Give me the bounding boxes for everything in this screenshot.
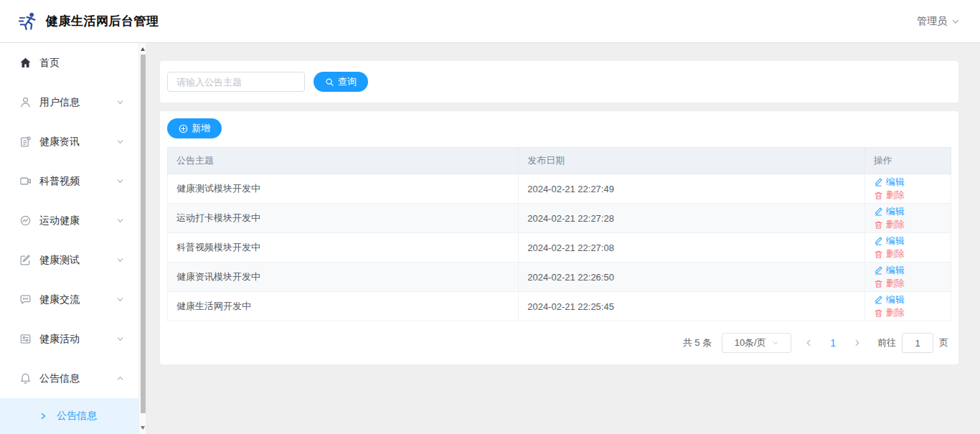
subject-cell: 运动打卡模块开发中 — [168, 204, 519, 233]
chevron-down-icon — [116, 256, 124, 264]
delete-link[interactable]: 删除 — [874, 247, 905, 260]
pencil-icon — [874, 236, 883, 245]
sidebar-item-label: 首页 — [39, 57, 60, 70]
sidebar-item-label: 健康测试 — [39, 254, 80, 267]
pagination: 共 5 条 10条/页 1 前往 页 — [167, 321, 951, 364]
sidebar-item-chat[interactable]: 健康交流 — [0, 280, 138, 319]
subject-cell: 科普视频模块开发中 — [168, 233, 519, 263]
table-card: 新增 公告主题 发布日期 操作 健康测试模块开发中2024-02-21 22:2… — [160, 111, 958, 364]
chat-icon — [19, 293, 32, 306]
sidebar-item-home[interactable]: 首页 — [0, 43, 138, 82]
edit-link[interactable]: 编辑 — [874, 205, 905, 218]
sidebar-item-label: 科普视频 — [39, 175, 80, 188]
sidebar-item-label: 健康资讯 — [39, 136, 80, 148]
date-cell: 2024-02-21 22:25:45 — [519, 292, 865, 321]
table-row: 科普视频模块开发中2024-02-21 22:27:08编辑删除 — [168, 233, 951, 263]
page-title: 健康生活网后台管理 — [46, 13, 159, 29]
scrollbar-thumb[interactable] — [141, 55, 146, 413]
chevron-down-icon — [116, 335, 124, 343]
sidebar-item-users[interactable]: 用户信息 — [0, 82, 138, 122]
delete-link[interactable]: 删除 — [874, 306, 905, 319]
column-header-subject: 公告主题 — [168, 148, 519, 174]
current-page[interactable]: 1 — [830, 337, 836, 349]
activity-icon — [19, 333, 32, 346]
subject-cell: 健康生活网开发中 — [168, 292, 519, 321]
chevron-down-icon — [116, 98, 124, 106]
video-icon — [19, 175, 32, 188]
trash-icon — [874, 279, 883, 288]
goto-page-input[interactable] — [902, 333, 933, 353]
sidebar-item-sport[interactable]: 运动健康 — [0, 201, 138, 240]
sidebar-item-test[interactable]: 健康测试 — [0, 240, 138, 280]
goto-label: 前往 — [877, 336, 896, 349]
search-icon — [325, 77, 334, 87]
sidebar: 首页用户信息健康资讯科普视频运动健康健康测试健康交流健康活动公告信息 公告信息 — [0, 43, 146, 434]
next-page-button[interactable] — [853, 339, 862, 347]
chevron-down-icon — [116, 296, 124, 303]
plus-circle-icon — [179, 124, 188, 133]
edit-link[interactable]: 编辑 — [874, 264, 905, 277]
app-header: 健康生活网后台管理 管理员 — [0, 0, 980, 43]
trash-icon — [874, 191, 883, 200]
main-content: 查询 新增 公告主题 发布日期 操作 — [146, 43, 980, 434]
table-row: 运动打卡模块开发中2024-02-21 22:27:28编辑删除 — [168, 204, 951, 233]
sidebar-menu: 首页用户信息健康资讯科普视频运动健康健康测试健康交流健康活动公告信息 — [0, 43, 138, 398]
operations-cell: 编辑删除 — [864, 292, 951, 321]
sidebar-item-label: 健康活动 — [39, 333, 80, 346]
chevron-down-icon — [951, 17, 960, 26]
announcement-table: 公告主题 发布日期 操作 健康测试模块开发中2024-02-21 22:27:4… — [167, 147, 951, 321]
search-button[interactable]: 查询 — [314, 72, 368, 92]
sidebar-item-label: 用户信息 — [39, 96, 80, 109]
toolbar: 新增 — [167, 118, 951, 138]
delete-link[interactable]: 删除 — [874, 277, 905, 290]
edit-link[interactable]: 编辑 — [874, 176, 905, 189]
admin-label: 管理员 — [917, 15, 947, 28]
trash-icon — [874, 220, 883, 230]
chevron-down-icon — [116, 138, 124, 146]
search-input[interactable] — [167, 72, 305, 92]
edit-link[interactable]: 编辑 — [874, 235, 905, 247]
trash-icon — [874, 308, 883, 318]
date-cell: 2024-02-21 22:27:08 — [519, 233, 865, 263]
page-suffix: 页 — [939, 336, 948, 349]
edit-link[interactable]: 编辑 — [874, 293, 905, 306]
column-header-operations: 操作 — [864, 148, 951, 174]
search-card: 查询 — [160, 61, 958, 103]
admin-dropdown[interactable]: 管理员 — [917, 15, 960, 28]
bell-icon — [19, 372, 32, 385]
trash-icon — [874, 250, 883, 259]
total-count: 共 5 条 — [683, 336, 712, 349]
pencil-icon — [874, 207, 883, 216]
pencil-icon — [874, 265, 883, 275]
delete-link[interactable]: 删除 — [874, 218, 905, 231]
sidebar-subitem-notice[interactable]: 公告信息 — [0, 398, 146, 434]
chevron-up-icon — [116, 374, 124, 382]
date-cell: 2024-02-21 22:27:49 — [519, 174, 865, 204]
sidebar-item-label: 健康交流 — [39, 293, 80, 306]
sidebar-item-label: 运动健康 — [39, 214, 80, 227]
subject-cell: 健康资讯模块开发中 — [168, 263, 519, 292]
column-header-date: 发布日期 — [519, 148, 865, 174]
table-row: 健康测试模块开发中2024-02-21 22:27:49编辑删除 — [168, 174, 951, 204]
sidebar-item-activity[interactable]: 健康活动 — [0, 319, 138, 359]
scroll-up-arrow-icon[interactable] — [141, 47, 145, 51]
table-row: 健康生活网开发中2024-02-21 22:25:45编辑删除 — [168, 292, 951, 321]
date-cell: 2024-02-21 22:26:50 — [519, 263, 865, 292]
chevron-down-icon — [116, 177, 124, 185]
page-size-select[interactable]: 10条/页 — [722, 333, 791, 353]
sidebar-item-news[interactable]: 健康资讯 — [0, 122, 138, 161]
scroll-down-arrow-icon[interactable] — [141, 426, 145, 430]
delete-link[interactable]: 删除 — [874, 189, 905, 202]
date-cell: 2024-02-21 22:27:28 — [519, 204, 865, 233]
sidebar-scrollbar[interactable] — [138, 43, 146, 434]
table-header-row: 公告主题 发布日期 操作 — [168, 148, 951, 174]
chevron-down-icon — [116, 217, 124, 225]
sidebar-item-notice[interactable]: 公告信息 — [0, 359, 138, 398]
news-icon — [19, 136, 32, 148]
layout: 首页用户信息健康资讯科普视频运动健康健康测试健康交流健康活动公告信息 公告信息 … — [0, 43, 980, 434]
prev-page-button[interactable] — [804, 339, 813, 347]
sport-icon — [19, 214, 32, 227]
sidebar-item-videos[interactable]: 科普视频 — [0, 161, 138, 201]
add-button[interactable]: 新增 — [167, 118, 222, 138]
user-icon — [19, 96, 32, 109]
